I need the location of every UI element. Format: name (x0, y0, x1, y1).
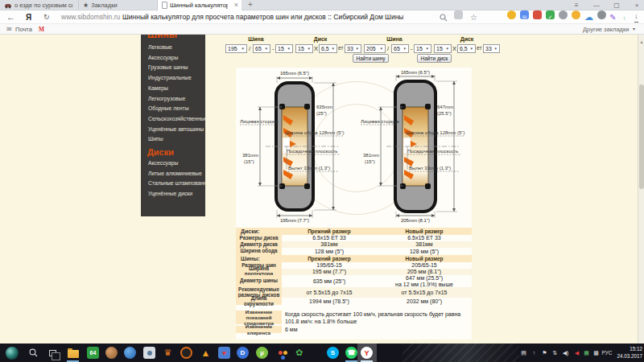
separator: / (249, 45, 250, 52)
globe-browser-icon[interactable] (123, 346, 137, 360)
extension-pin-icon[interactable] (597, 10, 606, 19)
sidebar-item-utsenennye-diski[interactable]: Уценённые диски (141, 189, 205, 200)
language-indicator[interactable]: РУС (600, 343, 614, 362)
offset-select-left[interactable]: 33▼ (345, 44, 361, 53)
tab-2[interactable]: ★ Закладки (79, 0, 158, 10)
tab-title: о езде по суровым сибирс (14, 2, 72, 9)
plant-app-icon[interactable]: ✿ (292, 346, 306, 360)
disk-diameter-select-right[interactable]: 15▼ (434, 44, 452, 53)
guard-app-icon[interactable]: ♥ (217, 346, 231, 360)
display-tray-icon[interactable]: ▤ (518, 343, 529, 362)
chevron-down-icon[interactable]: ▾ (633, 24, 635, 35)
bookmark-mailru[interactable]: М (39, 24, 44, 35)
offset-select-right[interactable]: 33▼ (483, 44, 500, 53)
sidebar-item-legkovye[interactable]: Легковые (141, 43, 205, 53)
whatsapp-icon[interactable]: ☎ (345, 346, 358, 360)
other-bookmarks[interactable]: Другие закладки (583, 24, 629, 35)
sidebar-item-selskohoz[interactable]: Сельскохозяйственные (141, 114, 205, 125)
back-icon[interactable]: ← (6, 10, 15, 24)
extension-cloud-icon[interactable]: ☁ (584, 10, 593, 19)
rim-width-select-right[interactable]: 6,5▼ (457, 44, 476, 53)
download-icon[interactable]: ↓ (634, 10, 638, 23)
rim-width-select-left[interactable]: 6,5▼ (319, 44, 337, 53)
sidebar-item-litye[interactable]: Литые алюминиевые (141, 169, 205, 179)
page-title-in-omnibox[interactable]: Шинный калькулятор для просчета параметр… (122, 10, 403, 24)
taskbar-clock[interactable]: 15:12 24.03.2017 (613, 345, 642, 360)
scrollbar-up-icon[interactable]: ▲ (638, 39, 644, 44)
screen: о езде по суровым сибирс ★ Закладки Шинн… (0, 0, 644, 362)
disk-diameter-select-left[interactable]: 15▼ (295, 44, 313, 53)
taskbar-wallpaper-glimpse (402, 343, 519, 362)
app-64-icon[interactable]: 64 (86, 346, 100, 360)
triangle-app-icon[interactable]: ▲ (199, 346, 213, 360)
people-app-icon[interactable] (274, 346, 287, 360)
tab-1[interactable]: о езде по суровым сибирс (0, 0, 79, 10)
sidebar-item-disk-aksessuary[interactable]: Аксессуары (141, 158, 205, 169)
sidebar-item-industrialnye[interactable]: Индустриальные (141, 73, 205, 84)
tire-width-select-left[interactable]: 195▼ (225, 44, 247, 53)
extension-mail-icon[interactable]: ✉ (520, 10, 529, 19)
close-window-icon[interactable]: × (629, 0, 644, 10)
file-explorer-icon[interactable] (66, 346, 80, 360)
dim-diameter-in: (25") (316, 111, 327, 116)
extension-icon[interactable] (533, 10, 542, 19)
bookmark-mail[interactable]: Почта (15, 24, 32, 35)
extension-arrow-icon[interactable]: ↓ (620, 10, 629, 19)
extension-coin-icon[interactable] (572, 10, 580, 19)
tire-diameter-select-right[interactable]: 15▼ (414, 44, 431, 53)
network-tray-icon[interactable]: ⇅ (550, 343, 560, 362)
refresh-icon[interactable]: ↻ (43, 10, 50, 24)
tire-width-select-right[interactable]: 205▼ (364, 44, 386, 53)
extension-shield-icon[interactable]: ✓ (546, 10, 555, 19)
sidebar-item-legkogruzovye[interactable]: Легкогрузовые (141, 94, 205, 105)
photos-app-icon[interactable] (142, 346, 156, 360)
flag-tray-icon[interactable]: ⚑ (539, 343, 550, 362)
usb-tray-icon[interactable]: ↑ (529, 343, 539, 362)
d-app-icon[interactable]: D (236, 346, 250, 360)
planet-app-icon[interactable] (105, 346, 118, 360)
tire-profile-select-left[interactable]: 65▼ (253, 44, 270, 53)
crown-app-icon[interactable]: ♛ (161, 346, 175, 360)
maximize-icon[interactable]: ▢ (609, 0, 625, 10)
find-tire-button[interactable]: Найти шину (353, 54, 389, 63)
minimize-icon[interactable]: — (588, 0, 605, 10)
extension-icon[interactable] (559, 10, 568, 19)
menu-icon[interactable]: ≡ (568, 0, 584, 10)
tire-diameter-select-left[interactable]: 15▼ (275, 44, 293, 53)
url-domain[interactable]: www.sibdomshin.ru (61, 10, 120, 24)
scrollbar-thumb[interactable] (639, 84, 644, 189)
results-table: Диски:Прежний размерНовый размер Размеры… (236, 228, 472, 305)
dim-rim-diameter-mm: 381mm (363, 153, 379, 158)
task-view-icon[interactable] (46, 346, 60, 360)
find-disk-button[interactable]: Найти диск (417, 54, 452, 63)
search-icon[interactable] (440, 14, 448, 22)
yandex-browser-icon[interactable]: Y (360, 346, 374, 360)
new-tab-button[interactable]: + (244, 0, 257, 10)
tab-3-active[interactable]: Шинный калькулятор дл × (158, 0, 242, 10)
sidebar-item-utsenennye-shiny[interactable]: Уценённые автошины (141, 125, 205, 135)
start-button[interactable] (5, 346, 19, 360)
volume-tray-icon[interactable]: ◀) (560, 343, 571, 362)
table-row: Ширина протектора195 мм (7.7")205 мм (8.… (236, 269, 472, 275)
tire-profile-select-right[interactable]: 65▼ (391, 44, 409, 53)
clock-date: 24.03.2017 (613, 352, 642, 360)
sidebar-item-stalnye[interactable]: Стальные штампованные (141, 179, 205, 189)
bookmark-star-icon[interactable]: ☆ (470, 10, 477, 24)
extension-icon[interactable] (507, 10, 516, 19)
extension-pen-icon[interactable]: ✎ (609, 10, 617, 19)
disc-app-icon[interactable] (180, 346, 193, 360)
scrollbar[interactable]: ▲ (638, 35, 644, 343)
sidebar-item-shipy[interactable]: Шипы (141, 134, 205, 145)
yandex-logo[interactable]: Я (26, 10, 31, 24)
mode-badge-icon[interactable] (454, 10, 463, 19)
utorrent-icon[interactable]: µ (255, 346, 269, 360)
tab-close-icon[interactable]: × (234, 0, 238, 10)
sidebar-item-kamery[interactable]: Камеры (141, 84, 205, 94)
table-row: Диски:Прежний размерНовый размер (236, 228, 472, 235)
bookmarks-bar: ✉ Почта М Другие закладки ▾ (0, 24, 644, 35)
skype-icon[interactable]: S (326, 346, 340, 360)
sidebar-item-aksessuary[interactable]: Аксессуары (141, 53, 205, 64)
sidebar-item-obodnye[interactable]: Ободные ленты (141, 104, 205, 114)
sidebar-item-gruzovye[interactable]: Грузовые шины (141, 63, 205, 73)
taskbar-search-icon[interactable] (27, 346, 40, 360)
